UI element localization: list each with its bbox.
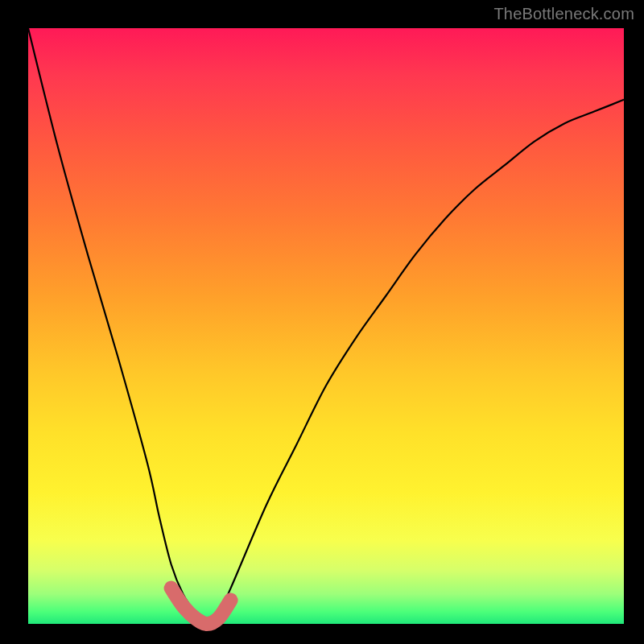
chart-svg [28,28,624,624]
chart-frame: TheBottleneck.com [0,0,644,644]
bottleneck-curve [28,28,624,624]
watermark-text: TheBottleneck.com [493,5,634,23]
chart-plot-area [28,28,624,624]
optimal-zone-curve [171,588,231,624]
